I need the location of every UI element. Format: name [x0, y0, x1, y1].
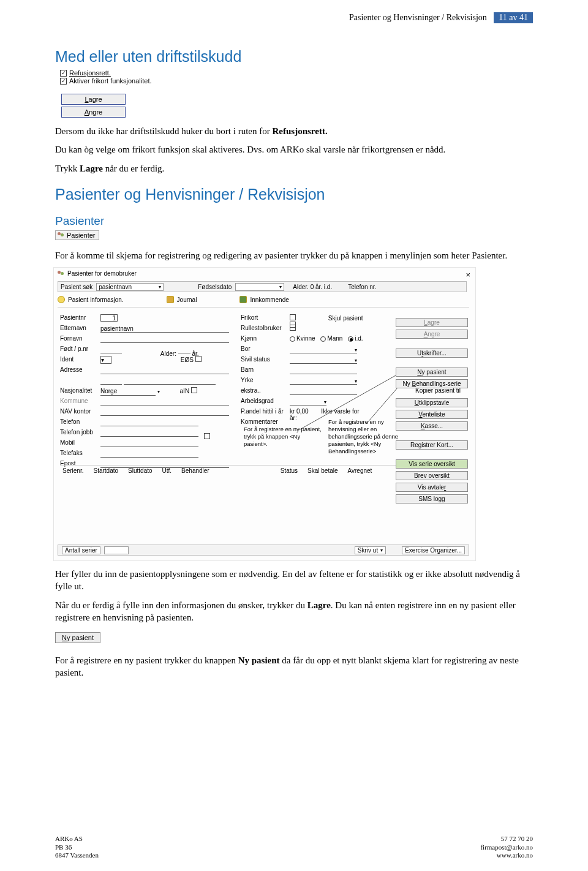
rullestol-checkbox[interactable] [290, 325, 296, 331]
postnr-input[interactable] [100, 377, 122, 385]
p6b: Lagre [307, 600, 331, 610]
frikort-checkbox[interactable] [290, 314, 296, 320]
pasienter-chip-label: Pasienter [67, 232, 95, 239]
bor-combo[interactable]: ▾ [290, 345, 357, 353]
lbl-ident: Ident [60, 356, 98, 366]
mobil-input[interactable] [100, 439, 198, 447]
ny-pasient-button[interactable]: Ny pasient [396, 368, 468, 377]
antall-serier-value[interactable] [104, 546, 129, 554]
ain-checkbox[interactable] [191, 387, 197, 393]
exercise-organizer-button[interactable]: Exercise Organizer... [402, 546, 465, 554]
alder-input[interactable] [178, 345, 190, 353]
kommune-input[interactable] [100, 398, 229, 405]
footer-left: ARKo AS PB 36 6847 Vassenden [55, 835, 99, 860]
sms-logg-button[interactable]: SMS logg [396, 494, 468, 503]
p3b: Lagre [80, 164, 103, 173]
hdr-behandler: Behandler [181, 467, 209, 474]
bottom-bar: Antall serier Skriv ut ▾ Exercise Organi… [58, 545, 469, 556]
pasientnr-input[interactable]: 1 [100, 314, 118, 322]
tab-innkommende[interactable]: Innkommende [239, 296, 288, 303]
ident-combo[interactable]: ▾ [100, 356, 111, 364]
skjul-label: Skjul pasient [328, 315, 363, 322]
sivil-combo[interactable]: ▾ [290, 356, 357, 364]
right-button-column: Lagre Angre Utskrifter... Ny pasient Ny … [396, 318, 468, 503]
barn-input[interactable] [290, 366, 357, 374]
poststed-input[interactable] [124, 377, 216, 385]
venteliste-button[interactable]: Venteliste [396, 410, 468, 419]
paragraph-1: Dersom du ikke har driftstilskudd huker … [55, 125, 533, 137]
footer-city: 6847 Vassenden [55, 851, 99, 859]
left-fields: 1 pasientnavn Alder: år. ▾ EØS Norge ▾ a… [100, 314, 229, 470]
folder-icon [167, 296, 174, 303]
heading-driftstilskudd: Med eller uten driftstilskudd [55, 48, 533, 66]
p6a: Når du er ferdig å fylle inn den informa… [55, 600, 307, 610]
lbl-fornavn: Fornavn [60, 335, 98, 345]
angre-button[interactable]: Angre [61, 107, 126, 118]
utskrifter-button[interactable]: Utskrifter... [396, 349, 468, 358]
yrke-combo[interactable]: ▾ [290, 377, 357, 385]
ny-behandlingsserie-button[interactable]: Ny Behandlings-serie [396, 379, 468, 388]
page-number-badge: 11 av 41 [494, 12, 533, 23]
hdr-utf: Utf. [162, 467, 172, 474]
mid-fields: Skjul pasient Kvinne Mann i.d. ▾ ▾ ▾ ▾ k… [290, 314, 363, 418]
p1-text: Dersom du ikke har driftstilskudd huker … [55, 126, 273, 136]
search-combo[interactable]: pasientnavn▾ [96, 283, 164, 291]
registrer-kort-button[interactable]: Registrer Kort... [396, 440, 468, 450]
tab-pasient-info[interactable]: Pasient informasjon. [58, 296, 124, 303]
telefonjobb-input[interactable] [100, 429, 198, 437]
telefon-input[interactable] [100, 418, 198, 426]
checkbox-frikort[interactable]: ✓ [60, 78, 67, 85]
ain-label: aIN [180, 388, 190, 394]
checkbox-refusjonsrett[interactable]: ✓ [60, 70, 67, 77]
telefonjobb-checkbox[interactable] [204, 433, 210, 439]
arbeidsgrad-combo[interactable]: ▾ [290, 398, 326, 405]
radio-mann[interactable] [320, 336, 326, 342]
lbl-bor: Bor [241, 345, 290, 356]
lbl-arbeidsgrad: Arbeidsgrad [241, 398, 290, 408]
pasienter-toolbar-button[interactable]: Pasienter [55, 230, 99, 240]
p1-bold: Refusjonsrett. [273, 126, 328, 136]
lbl-frikort: Frikort [241, 314, 290, 325]
navkontor-input[interactable] [100, 408, 229, 416]
radio-kvinne[interactable] [290, 336, 295, 342]
vis-avtaler-button[interactable]: Vis avtaler [396, 483, 468, 492]
etternavn-input[interactable]: pasientnavn [100, 325, 229, 333]
lbl-etternavn: Etternavn [60, 325, 98, 335]
eos-checkbox[interactable] [195, 356, 202, 362]
close-icon[interactable]: × [466, 270, 470, 279]
hdr-avregnet: Avregnet [348, 467, 372, 474]
skriv-ut-button[interactable]: Skriv ut ▾ [355, 546, 386, 554]
ekstra-input[interactable] [290, 387, 357, 395]
kasse-button[interactable]: Kasse... [396, 421, 468, 431]
radio-id[interactable] [348, 336, 353, 342]
angre-button[interactable]: Angre [396, 330, 468, 339]
footer-email: firmapost@arko.no [480, 843, 533, 851]
fodt-input[interactable] [100, 345, 122, 353]
lbl-pasientnr: Pasientnr [60, 314, 98, 325]
lbl-barn: Barn [241, 366, 290, 377]
tab-journal[interactable]: Journal [167, 296, 197, 303]
utklippstavle-button[interactable]: Utklippstavle [396, 398, 468, 407]
antall-serier-button[interactable]: Antall serier [62, 546, 100, 554]
lbl-adresse: Adresse [60, 366, 98, 377]
lbl-mobil: Mobil [60, 439, 98, 450]
callout-note-ny-behandlingsserie: For å registrere en ny henvisning eller … [328, 418, 402, 454]
angre-label: ngre [89, 108, 102, 116]
nasjonalitet-input[interactable]: Norge [100, 388, 156, 396]
ny-pasient-chip[interactable]: Ny pasient [55, 632, 100, 643]
paragraph-3: Trykk Lagre når du er ferdig. [55, 162, 533, 175]
lagre-button[interactable]: Lagre [396, 318, 468, 327]
telefaks-input[interactable] [100, 450, 198, 458]
lbl-fodt: Født / p.nr [60, 345, 98, 356]
lagre-button[interactable]: Lagre [61, 94, 126, 105]
page-footer: ARKo AS PB 36 6847 Vassenden 57 72 70 20… [55, 835, 533, 860]
vis-serie-oversikt-button[interactable]: Vis serie oversikt [396, 459, 468, 469]
brev-oversikt-button[interactable]: Brev oversikt [396, 471, 468, 480]
heading-pasienter-rekvisisjon: Pasienter og Henvisninger / Rekvisisjon [55, 186, 533, 203]
lbl-telefonjobb: Telefon jobb [60, 429, 98, 439]
fornavn-input[interactable] [100, 335, 229, 343]
fodselsdato-combo[interactable]: ▾ [235, 283, 284, 291]
divider-2 [60, 465, 396, 466]
adresse1-input[interactable] [100, 366, 229, 374]
window-title: Pasienter for demobruker [67, 270, 137, 277]
